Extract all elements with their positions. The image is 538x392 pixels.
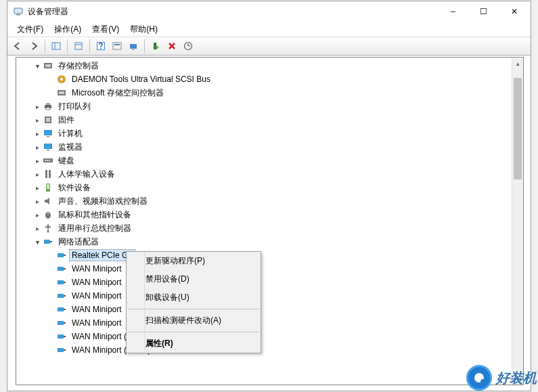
monitor-icon <box>43 141 53 152</box>
tree-node-monitors[interactable]: ▸ 监视器 <box>19 140 512 154</box>
svg-rect-4 <box>75 43 82 49</box>
tree-node-keyboards[interactable]: ▸ 键盘 <box>19 154 512 167</box>
mouse-icon <box>43 209 53 220</box>
device-tree[interactable]: ▾ 存储控制器 DAEMON Tools Ultra Virtual SCSI … <box>16 58 512 385</box>
chevron-right-icon[interactable]: ▸ <box>32 169 42 179</box>
menu-file[interactable]: 文件(F) <box>12 22 49 37</box>
scan-hardware-button[interactable] <box>126 39 141 53</box>
uninstall-device-button[interactable] <box>164 39 179 53</box>
network-adapter-icon <box>56 290 67 301</box>
chevron-right-icon[interactable]: ▸ <box>32 102 42 111</box>
tree-node-wan-miniport-pptp[interactable]: WAN Miniport (PPTP) <box>19 330 512 343</box>
context-menu-properties[interactable]: 属性(R) <box>127 334 261 353</box>
svg-rect-36 <box>47 184 49 189</box>
action-button[interactable] <box>110 39 125 53</box>
network-adapter-icon <box>56 263 67 274</box>
scrollbar-thumb[interactable] <box>514 78 522 179</box>
chevron-right-icon[interactable]: ▸ <box>32 196 42 206</box>
tree-node-firmware[interactable]: ▸ 固件 <box>19 113 512 127</box>
svg-rect-25 <box>44 130 52 135</box>
vertical-scrollbar[interactable]: ▴ ▾ <box>512 58 523 385</box>
menubar: 文件(F) 操作(A) 查看(V) 帮助(H) <box>7 22 531 37</box>
network-adapter-icon <box>56 250 67 261</box>
svg-rect-46 <box>58 280 64 284</box>
storage-controller-icon <box>56 87 67 98</box>
maximize-button[interactable]: ☐ <box>468 2 499 21</box>
device-manager-window: 设备管理器 – ☐ ✕ 文件(F) 操作(A) 查看(V) 帮助(H) ? ▾ <box>7 1 531 391</box>
tree-node-wan-miniport[interactable]: WAN Miniport <box>19 303 512 316</box>
chevron-right-icon[interactable]: ▸ <box>32 210 42 219</box>
tree-node-wan-miniport-sstp[interactable]: WAN Miniport (SSTP) <box>19 343 512 357</box>
svg-rect-33 <box>45 170 47 178</box>
tree-node-hid[interactable]: ▸ 人体学输入设备 <box>19 167 512 181</box>
svg-rect-55 <box>64 336 66 337</box>
titlebar[interactable]: 设备管理器 – ☐ ✕ <box>7 1 531 22</box>
app-icon <box>13 6 24 17</box>
printer-icon <box>43 101 53 112</box>
device-tree-panel: ▾ 存储控制器 DAEMON Tools Ultra Virtual SCSI … <box>16 57 524 385</box>
tree-node-mice[interactable]: ▸ 鼠标和其他指针设备 <box>19 208 512 221</box>
forward-button[interactable] <box>26 39 41 53</box>
svg-rect-43 <box>64 255 66 256</box>
tree-node-sound[interactable]: ▸ 声音、视频和游戏控制器 <box>19 194 512 208</box>
tree-node-realtek-pcie[interactable]: Realtek PCIe Gb <box>19 248 512 262</box>
help-button[interactable]: ? <box>93 39 108 53</box>
network-adapter-icon <box>56 331 67 342</box>
update-driver-button[interactable] <box>181 39 196 53</box>
tree-node-wan-miniport[interactable]: WAN Miniport <box>19 289 512 303</box>
menu-view[interactable]: 查看(V) <box>87 22 125 37</box>
chevron-right-icon[interactable]: ▸ <box>32 129 42 138</box>
svg-rect-48 <box>58 294 64 298</box>
svg-rect-34 <box>49 170 51 178</box>
toolbar: ? <box>7 37 531 56</box>
tree-node-wan-miniport[interactable]: WAN Miniport <box>19 276 512 289</box>
svg-rect-40 <box>44 240 50 244</box>
tree-node-network-adapters[interactable]: ▾ 网络适配器 <box>19 235 512 248</box>
speaker-icon <box>43 196 53 206</box>
menu-help[interactable]: 帮助(H) <box>125 22 163 37</box>
svg-rect-41 <box>50 241 52 242</box>
tree-node-ms-storage-spaces[interactable]: Microsoft 存储空间控制器 <box>19 86 512 100</box>
context-menu-scan-hardware[interactable]: 扫描检测硬件改动(A) <box>127 311 261 330</box>
svg-rect-52 <box>58 321 64 325</box>
svg-rect-22 <box>46 108 50 110</box>
watermark-logo-icon <box>466 365 492 391</box>
svg-rect-0 <box>14 8 22 14</box>
svg-rect-15 <box>45 64 51 67</box>
software-device-icon <box>43 182 53 193</box>
tree-node-daemon-tools[interactable]: DAEMON Tools Ultra Virtual SCSI Bus <box>19 72 512 86</box>
svg-rect-9 <box>114 44 120 45</box>
svg-rect-1 <box>16 14 20 16</box>
tree-node-computer[interactable]: ▸ 计算机 <box>19 127 512 140</box>
chevron-right-icon[interactable]: ▸ <box>32 156 42 165</box>
context-menu-uninstall-device[interactable]: 卸载设备(U) <box>127 288 261 307</box>
chip-icon <box>43 114 53 125</box>
tree-node-wan-miniport[interactable]: WAN Miniport <box>19 262 512 276</box>
svg-text:?: ? <box>98 41 103 51</box>
close-button[interactable]: ✕ <box>499 2 529 21</box>
back-button[interactable] <box>10 39 25 53</box>
network-adapter-icon <box>56 318 67 328</box>
enable-device-button[interactable] <box>148 39 163 53</box>
show-hide-tree-button[interactable] <box>49 39 64 53</box>
chevron-right-icon[interactable]: ▸ <box>32 183 42 192</box>
chevron-down-icon[interactable]: ▾ <box>32 237 42 246</box>
chevron-right-icon[interactable]: ▸ <box>32 115 42 125</box>
network-adapter-icon <box>56 304 67 315</box>
scroll-up-icon[interactable]: ▴ <box>512 58 523 69</box>
context-menu-update-driver[interactable]: 更新驱动程序(P) <box>127 252 261 270</box>
tree-node-software-devices[interactable]: ▸ 软件设备 <box>19 181 512 194</box>
tree-node-storage-controllers[interactable]: ▾ 存储控制器 <box>19 59 512 72</box>
tree-node-usb[interactable]: ▸ 通用串行总线控制器 <box>19 221 512 235</box>
chevron-down-icon[interactable]: ▾ <box>32 61 42 70</box>
tree-node-wan-miniport[interactable]: WAN Miniport <box>19 316 512 330</box>
properties-button[interactable] <box>71 39 86 53</box>
svg-rect-47 <box>64 282 66 283</box>
tree-node-print-queues[interactable]: ▸ 打印队列 <box>19 100 512 113</box>
menu-action[interactable]: 操作(A) <box>49 22 87 37</box>
context-menu-disable-device[interactable]: 禁用设备(D) <box>127 270 261 288</box>
minimize-button[interactable]: – <box>438 2 468 21</box>
chevron-right-icon[interactable]: ▸ <box>32 223 42 233</box>
chevron-right-icon[interactable]: ▸ <box>32 142 42 152</box>
svg-rect-19 <box>59 91 64 94</box>
